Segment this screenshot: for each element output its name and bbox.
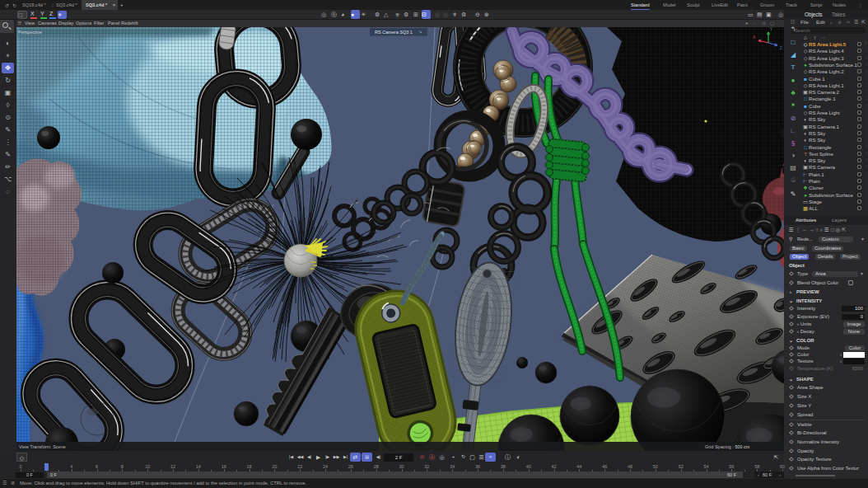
svg-text:Z: Z [780, 46, 782, 50]
svg-text:Perspective: Perspective [18, 30, 42, 35]
svg-text:Y: Y [770, 27, 772, 31]
svg-text:RS Camera SQ3 1: RS Camera SQ3 1 [375, 30, 413, 35]
svg-text:Grid Spacing : 500 cm: Grid Spacing : 500 cm [705, 444, 750, 449]
svg-text:X: X [753, 35, 755, 40]
svg-text:View Transform: Scene: View Transform: Scene [19, 444, 66, 449]
